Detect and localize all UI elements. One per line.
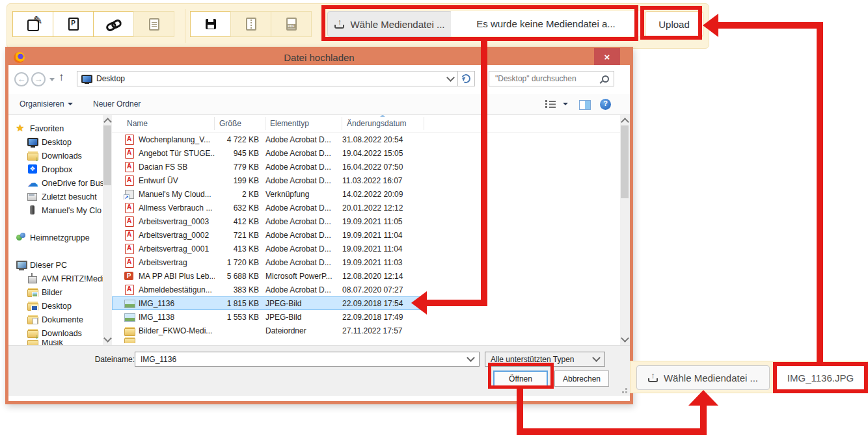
upload-tray-icon — [648, 373, 658, 382]
column-header-size[interactable]: Größe — [215, 117, 265, 130]
sidebar-item[interactable]: Favoriten — [8, 122, 103, 135]
file-row[interactable]: Arbeitsvertrag_0001413 KBAdobe Acrobat D… — [112, 242, 424, 255]
file-row[interactable]: Wochenplanung_V...4 722 KBAdobe Acrobat … — [112, 133, 424, 146]
file-row[interactable]: MA PP ABI Plus Leb...5 688 KBMicrosoft P… — [112, 269, 424, 283]
sidebar-item[interactable]: Downloads — [8, 149, 103, 162]
upload-button[interactable]: Upload — [645, 11, 703, 37]
sidebar-item-label: Desktop — [42, 302, 72, 311]
file-row-selected[interactable]: IMG_11361 815 KBJPEG-Bild22.09.2018 17:5… — [112, 296, 424, 310]
preview-pane-button[interactable] — [579, 100, 591, 110]
sidebar-item[interactable]: Downloads — [8, 326, 103, 340]
forward-button[interactable]: → — [31, 72, 46, 86]
history-dropdown-icon[interactable] — [49, 78, 55, 81]
file-row[interactable]: Manuel's My Cloud...2 KBVerknüpfung14.02… — [112, 187, 424, 201]
filetype-combo[interactable]: Alle unterstützten Typen — [485, 352, 605, 367]
file-type: JPEG-Bild — [265, 313, 342, 322]
choose-media-button[interactable]: Wähle Mediendatei ... — [327, 11, 452, 37]
sidebar-item[interactable]: Heimnetzgruppe — [8, 231, 103, 244]
file-list-scrollbar[interactable] — [620, 115, 630, 345]
column-header-type[interactable]: Elementtyp — [265, 117, 342, 130]
view-mode-button[interactable] — [545, 100, 568, 108]
sidebar-item[interactable]: Dokumente — [8, 313, 103, 326]
recent-icon — [27, 191, 38, 202]
up-button[interactable]: ↑ — [59, 71, 64, 84]
file-name: Arbeitsvertrag_0002 — [139, 231, 209, 240]
scroll-down-icon[interactable] — [621, 334, 629, 343]
scrollbar-thumb[interactable] — [103, 125, 111, 185]
new-folder-button[interactable]: Neuer Ordner — [93, 99, 141, 109]
sidebar-item[interactable]: Musik — [8, 340, 103, 345]
scroll-up-icon[interactable] — [621, 118, 629, 126]
file-row[interactable]: Dacian FS SB779 KBAdobe Acrobat D...16.0… — [112, 160, 424, 174]
page-p-button[interactable] — [53, 11, 94, 37]
sidebar-item[interactable]: Dieser PC — [8, 258, 103, 272]
edit-button[interactable] — [12, 11, 53, 37]
file-size: 412 KB — [215, 217, 265, 226]
file-row[interactable]: Angebot Tür STUGE...945 KBAdobe Acrobat … — [112, 146, 424, 160]
file-size: 779 KB — [215, 162, 265, 172]
search-box[interactable] — [489, 71, 614, 86]
dialog-titlebar[interactable]: Datei hochladen × — [8, 50, 630, 65]
page-button[interactable] — [133, 11, 174, 37]
file-date: 19.04.2022 15:05 — [342, 149, 424, 158]
chevron-down-icon[interactable] — [467, 354, 475, 362]
file-row[interactable]: Arbeitsvertrag1 720 KBAdobe Acrobat D...… — [112, 255, 424, 269]
column-header-date[interactable]: Änderungsdatum — [342, 117, 424, 130]
sidebar-item-label: Heimnetzgruppe — [30, 233, 90, 242]
scroll-up-icon[interactable] — [103, 118, 112, 126]
resize-grip[interactable] — [625, 391, 627, 393]
sidebar-item[interactable]: AVM FRITZ!Medi — [8, 272, 103, 285]
sidebar-item[interactable]: Dropbox — [8, 162, 103, 176]
file-date: 14.02.2022 20:09 — [342, 190, 424, 199]
close-button[interactable]: × — [594, 48, 620, 65]
link-button[interactable] — [93, 11, 134, 37]
chevron-down-icon — [563, 103, 568, 105]
file-row[interactable]: Allmess Verbrauch ...632 KBAdobe Acrobat… — [112, 201, 424, 214]
sidebar-item-label: OneDrive for Bus — [42, 179, 103, 188]
file-size: 1 720 KB — [215, 258, 265, 267]
chevron-down-icon[interactable] — [592, 354, 601, 362]
refresh-button[interactable] — [457, 71, 475, 86]
open-button[interactable]: Öffnen — [493, 370, 548, 387]
filename-combo[interactable]: IMG_1136 — [135, 352, 480, 367]
dialog-main: FavoritenDesktopDownloadsDropboxOneDrive… — [8, 115, 630, 345]
file-row[interactable]: Abmeldebestätigun...383 KBAdobe Acrobat … — [112, 283, 424, 296]
sidebar-item[interactable]: Desktop — [8, 299, 103, 313]
sidebar-item[interactable]: Zuletzt besucht — [8, 190, 103, 203]
file-row[interactable] — [112, 337, 424, 343]
choose-media-button-result[interactable]: Wähle Mediendatei ... — [636, 365, 770, 390]
sidebar-item[interactable]: Bilder — [8, 285, 103, 299]
cancel-button[interactable]: Abbrechen — [554, 370, 609, 387]
column-header-name[interactable]: Name — [122, 117, 215, 130]
back-button[interactable]: ← — [14, 72, 29, 86]
sidebar-item-label: Downloads — [42, 329, 82, 338]
sidebar-item[interactable]: Manuel's My Clo — [8, 203, 103, 217]
sidebar-scrollbar[interactable] — [103, 115, 112, 345]
help-button[interactable] — [600, 99, 611, 110]
file-row[interactable]: Arbeitsvertrag_0002721 KBAdobe Acrobat D… — [112, 228, 424, 242]
pdf-button[interactable] — [271, 11, 312, 37]
zip-button[interactable] — [230, 11, 271, 37]
organize-menu[interactable]: Organisieren — [20, 99, 73, 109]
address-bar[interactable]: Desktop — [77, 71, 458, 86]
file-row[interactable]: Bilder_FKWO-Medi...Dateiordner27.11.2022… — [112, 324, 424, 337]
sidebar-item-label: Downloads — [42, 151, 82, 161]
scroll-down-icon[interactable] — [103, 334, 112, 343]
file-row[interactable]: Arbeitsvertrag_0003412 KBAdobe Acrobat D… — [112, 214, 424, 228]
file-size: 1 553 KB — [215, 313, 265, 322]
scrollbar-thumb[interactable] — [621, 125, 629, 198]
save-button[interactable] — [190, 11, 231, 37]
result-media-panel: Wähle Mediendatei ... — [630, 361, 868, 393]
file-date: 20.01.2022 12:12 — [342, 203, 424, 213]
file-row[interactable]: IMG_11381 553 KBJPEG-Bild22.09.2018 17:4… — [112, 310, 424, 324]
pdf-file-icon — [124, 135, 135, 145]
file-type: Adobe Acrobat D... — [265, 135, 342, 144]
pdf-file-icon — [124, 176, 135, 186]
sidebar-item[interactable]: Desktop — [8, 135, 103, 149]
image-file-icon — [124, 312, 135, 322]
address-dropdown-icon[interactable] — [446, 73, 455, 82]
cloud-icon — [27, 177, 38, 188]
sidebar-item[interactable]: OneDrive for Bus — [8, 176, 103, 190]
file-row[interactable]: Entwurf ÜV199 KBAdobe Acrobat D...11.03.… — [112, 174, 424, 187]
search-input[interactable] — [494, 73, 602, 84]
